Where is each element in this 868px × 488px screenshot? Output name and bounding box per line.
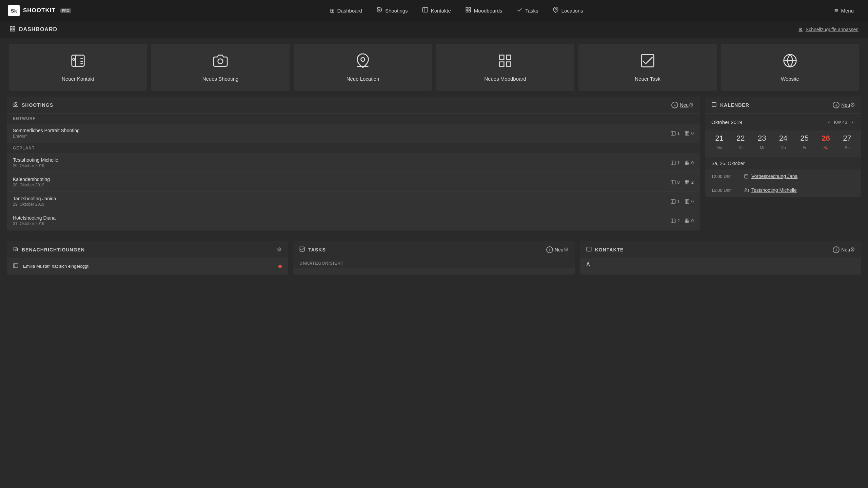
cal-day-21[interactable]: 21 [709,130,730,144]
event-name-testshooting[interactable]: Testshooting Michelle [744,187,797,193]
settings-label: Schnellzugriffe anpassen [806,27,859,32]
svg-point-71 [746,189,747,191]
shootings-settings-icon[interactable]: ⚙ [689,101,694,108]
selected-date: Sa, 26. Oktober [705,157,861,169]
logo-area[interactable]: Sk SHOOTKIT PRO [8,5,71,16]
svg-rect-37 [685,161,689,164]
contacts-settings-icon[interactable]: ⚙ [850,246,855,253]
svg-rect-10 [10,29,12,31]
notifications-icon [13,246,18,253]
tasks-settings-icon[interactable]: ⚙ [564,246,569,253]
calendar-new-label: Neu [841,102,850,108]
shooting-item-tanzshooting[interactable]: Tanzshooting Janina 29. Oktober 2019 1 0 [7,192,700,211]
cal-day-22[interactable]: 22 [730,130,751,144]
shooting-name-michelle: Testshooting Michelle [13,157,671,163]
nav-label-locations: Locations [561,8,583,14]
nav-item-moodboards[interactable]: Moodboards [459,4,508,17]
images-meta-sommerliches: 0 [685,131,694,136]
calendar-section-label: KALENDER [720,102,749,108]
svg-point-0 [379,9,380,11]
cal-label-fr: Fr [794,145,815,152]
images-meta-kalendershooting: 2 [685,180,694,185]
quick-card-neues-shooting[interactable]: Neues Shooting [151,44,290,91]
cal-day-27[interactable]: 27 [836,130,858,144]
bottom-row: BENACHRICHTIGUNGEN ⚙ Emilia Mustafi hat … [0,241,868,281]
svg-point-27 [15,104,16,105]
shootings-plus-icon: + [671,102,678,108]
moodboard-icon [498,53,513,71]
calendar-icon [711,102,717,108]
quick-card-neuer-task[interactable]: Neuer Task [578,44,717,91]
tasks-section-label: TASKS [308,247,326,252]
shooting-item-sommerliches[interactable]: Sommerliches Portrait Shooting Entwurf 1… [7,124,700,143]
nav-menu[interactable]: ≡ Menu [828,4,860,17]
quick-card-neuer-kontakt[interactable]: Neuer Kontakt [9,44,147,91]
customize-shortcuts-link[interactable]: ⚙ Schnellzugriffe anpassen [798,27,859,32]
quick-card-website[interactable]: Website [721,44,859,91]
nav-label-kontakte: Kontakte [431,8,451,14]
kontakte-nav-icon [422,7,428,15]
menu-icon: ≡ [834,7,839,15]
svg-rect-4 [469,7,470,9]
shooting-item-kalendershooting[interactable]: Kalendershooting 28. Oktober 2019 8 2 [7,172,700,192]
shooting-item-hotelshooting[interactable]: Hotelshooting Diana 31. Oktober 2019 2 0 [7,211,700,230]
svg-point-19 [361,58,365,61]
svg-rect-77 [587,247,591,251]
svg-rect-30 [685,131,689,135]
svg-rect-8 [10,26,12,28]
cal-day-26-today[interactable]: 26 [815,130,836,144]
task-icon [640,53,655,71]
shooting-item-michelle[interactable]: Testshooting Michelle 26. Oktober 2019 1… [7,153,700,172]
nav-item-dashboard[interactable]: ⊞ Dashboard [324,4,368,17]
cal-label-do: Do [773,145,794,152]
main-content: SHOOTINGS + Neu ⚙ ENTWURF Sommerliches P… [0,97,868,241]
shootings-section-icon [13,102,18,108]
prev-week-button[interactable]: ‹ [826,118,832,126]
contacts-section-label: KONTAKTE [595,247,624,252]
calendar-settings-icon[interactable]: ⚙ [850,101,855,108]
website-label: Website [781,76,799,82]
contacts-new-button[interactable]: + Neu [833,246,850,253]
shooting-date-kalendershooting: 28. Oktober 2019 [13,183,671,187]
tasks-new-button[interactable]: + Neu [546,246,564,253]
shooting-meta-hotelshooting: 2 0 [671,218,694,223]
shooting-meta-michelle: 1 0 [671,160,694,165]
shootings-header: SHOOTINGS + Neu ⚙ [7,97,700,114]
svg-rect-28 [671,131,675,135]
svg-rect-21 [507,55,511,60]
cal-day-23[interactable]: 23 [751,130,773,144]
notification-item-emilia[interactable]: Emilia Mustafi hat sich eingeloggt [7,258,288,274]
calendar-new-button[interactable]: + Neu [833,102,850,108]
next-week-button[interactable]: › [849,118,855,126]
location-icon [355,53,370,71]
dashboard-nav-icon: ⊞ [330,7,335,14]
cal-label-mo: Mo [709,145,730,152]
cal-event-vorbesprechung[interactable]: 12:00 Uhr Vorbesprechung Jana [705,169,861,183]
shooting-name-tanzshooting: Tanzshooting Janina [13,196,671,201]
cal-event-testshooting[interactable]: 15:00 Uhr Testshooting Michelle [705,183,861,197]
neues-moodboard-label: Neues Moodboard [484,76,526,82]
contacts-meta-michelle: 1 [671,160,680,165]
svg-point-17 [73,59,75,61]
images-meta-tanzshooting: 0 [685,199,694,204]
website-icon [783,53,797,71]
quick-card-neue-location[interactable]: Neue Location [294,44,432,91]
svg-rect-3 [466,7,468,9]
notifications-settings-icon[interactable]: ⚙ [277,246,282,253]
event-name-vorbesprechung[interactable]: Vorbesprechung Jana [744,174,797,179]
cal-day-25[interactable]: 25 [794,130,815,144]
quick-card-neues-moodboard[interactable]: Neues Moodboard [436,44,574,91]
notification-user-icon [13,263,18,269]
nav-item-kontakte[interactable]: Kontakte [416,4,457,17]
images-meta-michelle: 0 [685,160,694,165]
nav-label-moodboards: Moodboards [474,8,502,14]
calendar-title: KALENDER [711,102,830,108]
cal-day-24[interactable]: 24 [773,130,794,144]
nav-item-locations[interactable]: Locations [547,4,589,17]
nav-item-tasks[interactable]: Tasks [510,4,544,17]
nav-item-shootings[interactable]: Shootings [370,4,414,17]
contacts-title: KONTAKTE [586,246,830,253]
images-meta-hotelshooting: 0 [685,218,694,223]
logo-box: Sk [8,5,20,16]
shootings-new-button[interactable]: + Neu [671,102,689,108]
